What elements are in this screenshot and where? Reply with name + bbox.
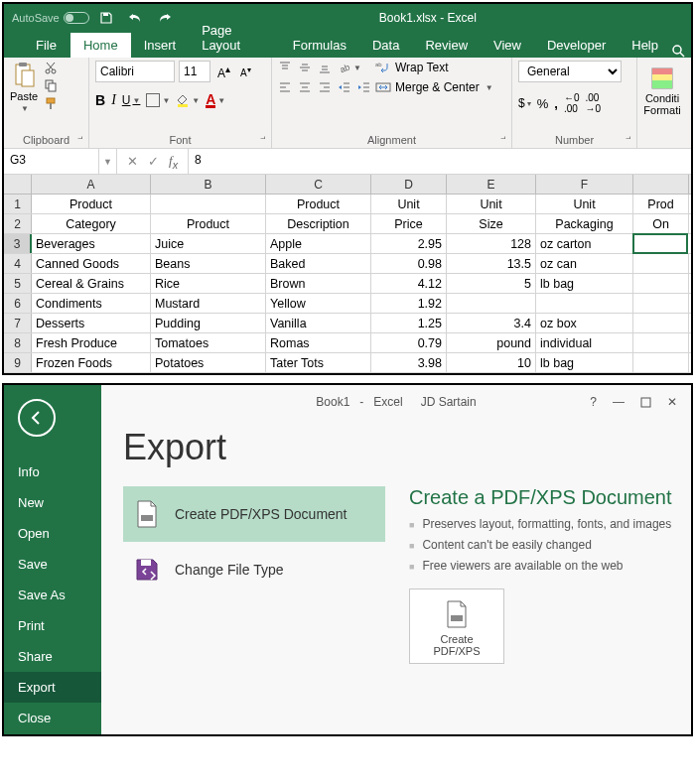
row-hdr-7[interactable]: 7 [4, 314, 32, 332]
number-format-select[interactable]: General [518, 61, 622, 82]
cell[interactable]: Packaging [536, 214, 633, 233]
sidebar-item-saveas[interactable]: Save As [4, 580, 101, 610]
name-box-dropdown[interactable]: ▼ [99, 149, 117, 174]
cell[interactable]: Beverages [32, 234, 151, 253]
cell[interactable]: Category [32, 214, 151, 233]
col-E[interactable]: E [447, 175, 536, 194]
row-hdr-8[interactable]: 8 [4, 333, 32, 352]
cell[interactable]: Cereal & Grains [32, 274, 151, 293]
cell[interactable] [633, 274, 689, 293]
cell[interactable]: 5 [447, 274, 536, 293]
cell[interactable]: 1.92 [371, 294, 447, 313]
italic-button[interactable]: I [111, 92, 116, 108]
cell[interactable]: Yellow [266, 294, 371, 313]
tab-data[interactable]: Data [359, 33, 412, 58]
cell[interactable] [151, 195, 266, 213]
help-icon[interactable]: ? [590, 395, 597, 409]
cell[interactable] [633, 314, 689, 332]
cell[interactable] [536, 294, 633, 313]
col-A[interactable]: A [32, 175, 151, 194]
cell[interactable]: Frozen Foods [32, 353, 151, 372]
select-all-corner[interactable] [4, 175, 32, 194]
align-top-icon[interactable] [278, 61, 292, 74]
sidebar-item-new[interactable]: New [4, 487, 101, 518]
wrap-text-button[interactable]: ab Wrap Text [375, 61, 493, 74]
tab-review[interactable]: Review [412, 33, 481, 58]
cancel-icon[interactable]: ✕ [127, 154, 138, 169]
sidebar-item-export[interactable]: Export [4, 672, 101, 703]
cell[interactable]: oz can [536, 254, 633, 273]
sidebar-item-open[interactable]: Open [4, 518, 101, 549]
cell[interactable]: Brown [266, 274, 371, 293]
tab-view[interactable]: View [481, 33, 534, 58]
cell[interactable]: Fresh Produce [32, 333, 151, 352]
cell[interactable] [633, 294, 689, 313]
enter-icon[interactable]: ✓ [148, 154, 159, 169]
borders-button[interactable]: ▼ [146, 93, 170, 107]
cell[interactable]: Price [371, 214, 447, 233]
cell[interactable]: individual [536, 333, 633, 352]
cell[interactable]: Apple [266, 234, 371, 253]
cell[interactable]: Product [32, 195, 151, 213]
cell[interactable]: Desserts [32, 314, 151, 332]
col-G[interactable] [633, 175, 689, 194]
spreadsheet-grid[interactable]: A B C D E F 1 Product Product Unit Unit … [4, 175, 691, 373]
formula-input[interactable]: 8 [189, 149, 691, 174]
copy-icon[interactable] [44, 78, 58, 92]
row-hdr-9[interactable]: 9 [4, 353, 32, 372]
minimize-icon[interactable]: — [613, 395, 625, 409]
align-center-icon[interactable] [298, 80, 312, 94]
tab-insert[interactable]: Insert [131, 33, 190, 58]
cell[interactable]: Romas [266, 333, 371, 352]
increase-font-icon[interactable]: A▴ [214, 64, 233, 80]
cell[interactable]: pound [447, 333, 536, 352]
fill-color-button[interactable]: ▼ [176, 93, 200, 107]
cell[interactable]: Tomatoes [151, 333, 266, 352]
align-left-icon[interactable] [278, 80, 292, 94]
redo-icon[interactable] [157, 11, 173, 25]
row-hdr-4[interactable]: 4 [4, 254, 32, 273]
back-button[interactable] [18, 399, 56, 437]
sidebar-item-close[interactable]: Close [4, 703, 101, 733]
save-icon[interactable] [99, 11, 113, 25]
cell[interactable]: Mustard [151, 294, 266, 313]
decrease-decimal-button[interactable]: .00→0 [585, 92, 601, 114]
comma-format-button[interactable]: , [554, 96, 558, 111]
font-color-button[interactable]: A▼ [206, 93, 225, 108]
row-hdr-2[interactable]: 2 [4, 214, 32, 233]
row-hdr-6[interactable]: 6 [4, 294, 32, 313]
cell[interactable]: Baked [266, 254, 371, 273]
create-pdf-button[interactable]: Create PDF/XPS [409, 588, 504, 664]
increase-indent-icon[interactable] [357, 80, 371, 94]
orientation-button[interactable]: ab▼ [338, 61, 361, 74]
row-hdr-1[interactable]: 1 [4, 195, 32, 213]
sidebar-item-info[interactable]: Info [4, 457, 101, 487]
cut-icon[interactable] [44, 61, 58, 74]
row-hdr-5[interactable]: 5 [4, 274, 32, 293]
decrease-font-icon[interactable]: A▾ [237, 65, 254, 78]
cell[interactable]: Size [447, 214, 536, 233]
cell[interactable]: lb bag [536, 353, 633, 372]
option-change-filetype[interactable]: Change File Type [123, 542, 385, 597]
align-middle-icon[interactable] [298, 61, 312, 74]
close-icon[interactable]: ✕ [667, 395, 677, 409]
cell[interactable]: Beans [151, 254, 266, 273]
cell[interactable]: 3.4 [447, 314, 536, 332]
cell[interactable]: Canned Goods [32, 254, 151, 273]
cell[interactable]: 128 [447, 234, 536, 253]
cell[interactable]: Potatoes [151, 353, 266, 372]
increase-decimal-button[interactable]: ←0.00 [564, 92, 580, 114]
tab-home[interactable]: Home [70, 33, 131, 58]
font-name-select[interactable] [95, 61, 175, 82]
cell[interactable]: Juice [151, 234, 266, 253]
bold-button[interactable]: B [95, 92, 105, 108]
name-box[interactable]: G3 [4, 149, 99, 174]
cell[interactable]: 2.95 [371, 234, 447, 253]
sidebar-item-print[interactable]: Print [4, 610, 101, 641]
col-D[interactable]: D [371, 175, 447, 194]
sidebar-item-save[interactable]: Save [4, 549, 101, 580]
fx-icon[interactable]: fx [169, 153, 178, 171]
cell[interactable]: Vanilla [266, 314, 371, 332]
autosave-toggle[interactable]: AutoSave [12, 12, 89, 24]
cell[interactable]: Unit [371, 195, 447, 213]
